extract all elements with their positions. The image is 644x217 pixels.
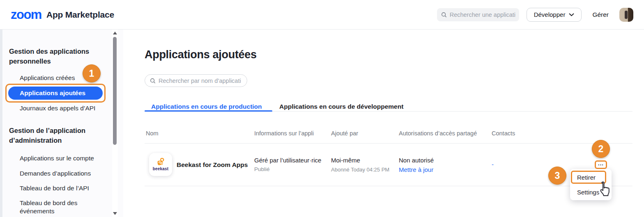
- beekast-app-icon: beekast: [149, 153, 172, 176]
- apps-search-box[interactable]: [145, 74, 247, 87]
- added-by: Moi-même: [331, 157, 360, 164]
- sidebar-scrollbar[interactable]: [112, 30, 118, 217]
- user-avatar[interactable]: [619, 8, 633, 22]
- global-search-box[interactable]: [437, 8, 519, 21]
- scroll-up-arrow-icon[interactable]: [113, 32, 117, 34]
- sidebar-item-journaux-api[interactable]: Journaux des appels d’API: [20, 104, 102, 112]
- active-tab-underline: [145, 110, 272, 112]
- sidebar-item-tableau-api[interactable]: Tableau de bord de l’API: [20, 184, 102, 192]
- search-icon: [150, 78, 156, 84]
- contacts-value: -: [492, 161, 494, 168]
- table-header-divider: [145, 143, 632, 144]
- top-header: zoom App Marketplace Développer Gérer: [0, 0, 644, 30]
- annotation-step-2: 2: [592, 140, 610, 158]
- hand-cursor-icon: [597, 181, 610, 198]
- sidebar-item-demandes-applications[interactable]: Demandes d’applications: [20, 169, 102, 178]
- sidebar-item-applications-compte[interactable]: Applications sur le compte: [20, 154, 102, 162]
- page-title: Applications ajoutées: [145, 48, 257, 61]
- sidebar-item-tableau-evenements[interactable]: Tableau de bord des événements: [20, 199, 94, 215]
- sidebar-scrollbar-thumb[interactable]: [113, 37, 117, 145]
- sidebar-nav: Gestion des applications personnelles Ap…: [2, 30, 123, 217]
- app-name[interactable]: Beekast for Zoom Apps: [177, 161, 248, 169]
- column-header-contacts: Contacts: [492, 130, 515, 137]
- row-actions-menu: Retirer Settings: [570, 169, 612, 200]
- column-header-ajoute-par: Ajouté par: [331, 130, 358, 137]
- shared-access-status: Non autorisé: [399, 157, 434, 164]
- global-search-input[interactable]: [450, 11, 519, 18]
- added-date: Abonné Today 04:25 PM: [331, 167, 389, 173]
- app-marketplace-title[interactable]: App Marketplace: [46, 10, 114, 20]
- column-header-autorisations: Autorisations d’accès partagé: [399, 130, 477, 137]
- annotation-step-3: 3: [548, 167, 566, 185]
- annotation-step-1: 1: [83, 64, 101, 82]
- column-header-informations: Informations sur l’appli: [254, 130, 314, 137]
- manage-link[interactable]: Gérer: [592, 11, 609, 18]
- tab-developpement[interactable]: Applications en cours de développement: [279, 103, 403, 110]
- column-header-nom: Nom: [146, 130, 159, 137]
- tab-production[interactable]: Applications en cours de production: [151, 103, 262, 110]
- developer-menu-button[interactable]: Développer: [527, 8, 582, 22]
- scroll-down-arrow-icon[interactable]: [113, 212, 117, 215]
- table-row-divider: [145, 186, 632, 186]
- update-link[interactable]: Mettre à jour: [399, 166, 433, 173]
- sidebar-section-personal-title: Gestion des applications personnelles: [9, 46, 109, 66]
- page-body: Gestion des applications personnelles Ap…: [0, 30, 644, 217]
- annotation-box-step1: [5, 84, 106, 103]
- beekast-logo-icon: [156, 158, 165, 166]
- app-info-status: Publié: [254, 166, 270, 172]
- apps-search-input[interactable]: [159, 78, 242, 84]
- menu-item-settings[interactable]: Settings: [577, 189, 599, 196]
- sidebar-section-admin-title: Gestion de l’application d’administratio…: [9, 126, 109, 145]
- search-icon: [441, 12, 447, 18]
- chevron-down-icon: [569, 13, 574, 16]
- app-info-primary: Géré par l’utilisateur·rice: [254, 157, 321, 164]
- more-options-button[interactable]: ...: [595, 160, 607, 169]
- zoom-logo[interactable]: zoom: [11, 8, 41, 21]
